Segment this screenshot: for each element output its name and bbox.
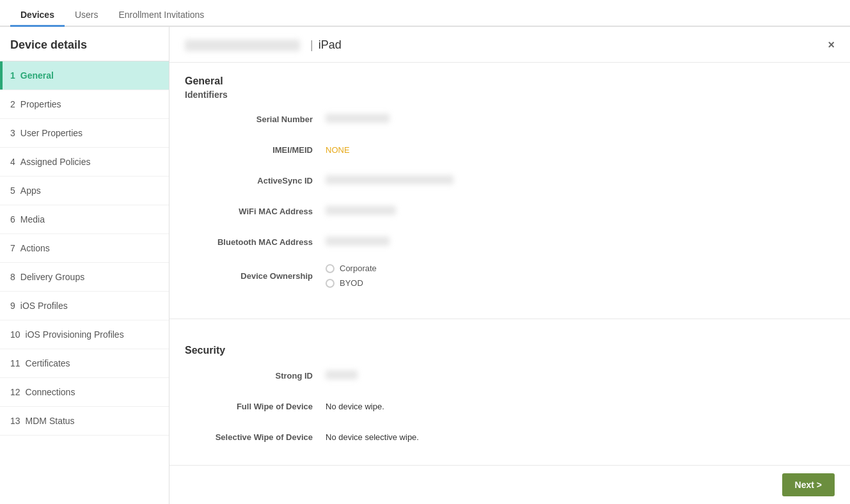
- strong-id-blurred: [326, 370, 358, 379]
- sidebar-item-properties[interactable]: 2 Properties: [0, 90, 169, 119]
- device-ownership-label: Device Ownership: [185, 271, 326, 281]
- bluetooth-mac-row: Bluetooth MAC Address: [185, 233, 835, 251]
- sidebar-item-assigned-policies[interactable]: 4 Assigned Policies: [0, 148, 169, 177]
- security-section-title: Security: [185, 345, 835, 356]
- main-layout: Device details 1 General 2 Properties 3 …: [0, 27, 850, 504]
- sidebar-label-assigned-policies: Assigned Policies: [20, 157, 91, 167]
- step-num-5: 5: [10, 185, 15, 196]
- step-num-1: 1: [10, 70, 15, 81]
- full-wipe-label: Full Wipe of Device: [185, 402, 326, 411]
- bluetooth-mac-blurred: [326, 237, 390, 246]
- sidebar-label-ios-profiles: iOS Profiles: [20, 301, 68, 311]
- device-title: | iPad: [185, 38, 342, 52]
- sidebar-item-connections[interactable]: 12 Connections: [0, 378, 169, 407]
- top-nav: Devices Users Enrollment Invitations: [0, 0, 850, 27]
- device-name-blurred: [185, 40, 300, 51]
- activesync-value: [326, 175, 835, 186]
- strong-id-row: Strong ID: [185, 366, 835, 384]
- section-divider: [169, 319, 850, 319]
- general-section: General Identifiers Serial Number IMEI/M…: [169, 63, 850, 313]
- serial-number-row: Serial Number: [185, 110, 835, 128]
- radio-label-byod: BYOD: [340, 278, 363, 288]
- next-button[interactable]: Next >: [782, 473, 835, 496]
- sidebar-item-ios-provisioning[interactable]: 10 iOS Provisioning Profiles: [0, 320, 169, 349]
- sidebar-item-general[interactable]: 1 General: [0, 61, 169, 90]
- wifi-mac-row: WiFi MAC Address: [185, 202, 835, 220]
- step-num-7: 7: [10, 243, 15, 253]
- serial-number-value: [326, 114, 835, 125]
- sidebar-item-apps[interactable]: 5 Apps: [0, 177, 169, 205]
- device-ownership-radio-group: Corporate BYOD: [326, 264, 835, 288]
- selective-wipe-label: Selective Wipe of Device: [185, 432, 326, 442]
- sidebar-item-actions[interactable]: 7 Actions: [0, 234, 169, 263]
- sidebar-label-mdm-status: MDM Status: [26, 416, 75, 426]
- step-num-11: 11: [10, 358, 20, 368]
- full-wipe-row: Full Wipe of Device No device wipe.: [185, 397, 835, 415]
- content-area: | iPad × General Identifiers Serial Numb…: [169, 27, 850, 504]
- step-num-3: 3: [10, 128, 15, 138]
- sidebar-item-mdm-status[interactable]: 13 MDM Status: [0, 407, 169, 436]
- radio-circle-byod: [326, 279, 334, 288]
- sidebar-label-delivery-groups: Delivery Groups: [20, 272, 84, 282]
- bluetooth-mac-label: Bluetooth MAC Address: [185, 237, 326, 247]
- full-wipe-value: No device wipe.: [326, 402, 835, 411]
- radio-circle-corporate: [326, 264, 334, 273]
- sidebar-title: Device details: [0, 27, 169, 61]
- imei-label: IMEI/MEID: [185, 145, 326, 155]
- tab-users[interactable]: Users: [65, 4, 109, 27]
- serial-number-label: Serial Number: [185, 114, 326, 124]
- step-num-10: 10: [10, 329, 20, 340]
- wifi-mac-label: WiFi MAC Address: [185, 207, 326, 216]
- radio-corporate[interactable]: Corporate: [326, 264, 835, 273]
- imei-row: IMEI/MEID NONE: [185, 141, 835, 159]
- sidebar-item-user-properties[interactable]: 3 User Properties: [0, 119, 169, 148]
- sidebar-item-media[interactable]: 6 Media: [0, 205, 169, 234]
- activesync-row: ActiveSync ID: [185, 171, 835, 189]
- general-section-title: General: [185, 75, 835, 87]
- radio-label-corporate: Corporate: [340, 264, 377, 273]
- step-num-4: 4: [10, 157, 15, 167]
- device-header: | iPad ×: [169, 27, 850, 63]
- sidebar: Device details 1 General 2 Properties 3 …: [0, 27, 169, 504]
- sidebar-label-media: Media: [20, 214, 45, 224]
- sidebar-label-certificates: Certificates: [26, 358, 70, 368]
- device-type-label: iPad: [319, 38, 342, 52]
- activesync-label: ActiveSync ID: [185, 176, 326, 185]
- wifi-mac-blurred: [326, 206, 396, 215]
- selective-wipe-row: Selective Wipe of Device No device selec…: [185, 428, 835, 446]
- identifiers-subtitle: Identifiers: [185, 90, 835, 100]
- sidebar-label-connections: Connections: [26, 387, 75, 397]
- step-num-9: 9: [10, 301, 15, 311]
- step-num-6: 6: [10, 214, 15, 224]
- step-num-12: 12: [10, 387, 20, 397]
- sidebar-item-certificates[interactable]: 11 Certificates: [0, 349, 169, 378]
- sidebar-item-delivery-groups[interactable]: 8 Delivery Groups: [0, 263, 169, 292]
- tab-devices[interactable]: Devices: [10, 4, 65, 27]
- step-num-13: 13: [10, 416, 20, 426]
- device-title-pipe: |: [310, 38, 313, 52]
- device-ownership-row: Device Ownership Corporate BYOD: [185, 264, 835, 288]
- step-num-2: 2: [10, 99, 15, 109]
- strong-id-value: [326, 370, 835, 381]
- step-num-8: 8: [10, 272, 15, 282]
- bluetooth-mac-value: [326, 237, 835, 248]
- selective-wipe-value: No device selective wipe.: [326, 432, 835, 442]
- sidebar-label-ios-provisioning: iOS Provisioning Profiles: [26, 329, 124, 340]
- sidebar-label-general: General: [20, 70, 54, 81]
- sidebar-label-user-properties: User Properties: [20, 128, 83, 138]
- imei-value: NONE: [326, 145, 835, 155]
- tab-enrollment-invitations[interactable]: Enrollment Invitations: [109, 4, 215, 27]
- serial-number-blurred: [326, 114, 390, 123]
- wifi-mac-value: [326, 206, 835, 217]
- sidebar-label-actions: Actions: [20, 243, 50, 253]
- activesync-blurred: [326, 175, 453, 184]
- device-ownership-value: Corporate BYOD: [326, 264, 835, 288]
- radio-byod[interactable]: BYOD: [326, 278, 835, 288]
- sidebar-label-apps: Apps: [20, 185, 41, 196]
- content-footer: Next >: [169, 465, 850, 504]
- sidebar-item-ios-profiles[interactable]: 9 iOS Profiles: [0, 292, 169, 320]
- close-button[interactable]: ×: [828, 38, 835, 52]
- strong-id-label: Strong ID: [185, 371, 326, 381]
- sidebar-label-properties: Properties: [20, 99, 61, 109]
